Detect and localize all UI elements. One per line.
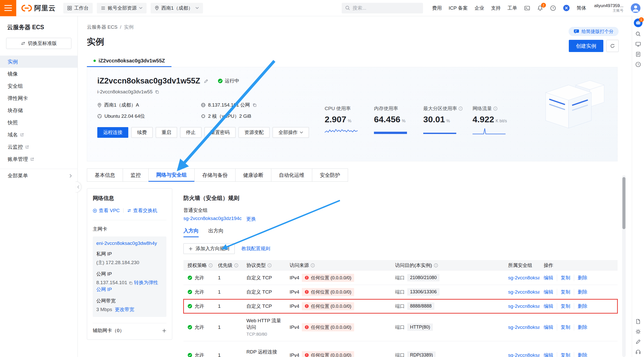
refresh-button[interactable]: [606, 40, 619, 52]
row-sg-link[interactable]: sg-2vccn8oksac0g: [508, 275, 540, 281]
copy-rule-link[interactable]: 复制: [557, 303, 570, 310]
tab-storage-backup[interactable]: 存储与备份: [194, 168, 235, 182]
notification-bell-icon[interactable]: 2: [537, 5, 543, 11]
help-icon[interactable]: ?: [434, 263, 438, 267]
sidebar-item-eni[interactable]: 弹性网卡: [0, 92, 77, 104]
edit-rule-link[interactable]: 编辑: [544, 303, 553, 310]
sidebar-item-block-storage[interactable]: 块存储: [0, 104, 77, 116]
search-icon[interactable]: [634, 29, 643, 39]
help-icon[interactable]: ?: [493, 107, 497, 111]
copy-icon[interactable]: [129, 281, 133, 285]
edit-rule-link[interactable]: 编辑: [544, 352, 553, 357]
cloudshell-icon[interactable]: [524, 5, 530, 11]
configure-guide-link[interactable]: 教我配置规则: [241, 245, 270, 252]
monitor-icon[interactable]: [634, 40, 643, 49]
row-sg-link[interactable]: sg-2vccn8oksac0g: [508, 289, 540, 295]
copy-icon[interactable]: [253, 103, 257, 107]
aliyun-logo[interactable]: 阿里云: [21, 4, 56, 13]
copy-rule-link[interactable]: 复制: [557, 289, 570, 295]
nav-enterprise[interactable]: 企业: [475, 5, 484, 11]
nav-billing[interactable]: 费用: [432, 5, 442, 11]
resource-change-button[interactable]: 资源变配: [239, 127, 270, 138]
instance-tab[interactable]: iZ2vccn8oksac0g3dv1w55Z: [87, 55, 171, 67]
help-icon[interactable]: ?: [311, 263, 315, 267]
gear-icon[interactable]: [634, 327, 643, 336]
add-nic-icon[interactable]: [162, 329, 166, 333]
switch-version-button[interactable]: 切换至标准版: [6, 38, 71, 49]
feedback-pencil-icon[interactable]: [634, 337, 643, 346]
restart-button[interactable]: 重启: [156, 127, 177, 138]
copy-rule-link[interactable]: 复制: [557, 275, 570, 281]
nav-icp[interactable]: ICP 备案: [449, 5, 468, 11]
resource-scope-select[interactable]: 账号全部资源: [97, 3, 147, 13]
workbench-button[interactable]: 工作台: [63, 3, 93, 13]
eni-link[interactable]: eni-2vccn8oksac0g3dw8h4y: [96, 241, 163, 246]
help-icon[interactable]: ?: [459, 107, 463, 111]
all-operations-dropdown[interactable]: 全部操作: [273, 127, 309, 138]
sidebar-item-billing[interactable]: 账单管理: [0, 153, 77, 165]
docs-icon[interactable]: [634, 50, 643, 59]
help-icon[interactable]: ?: [550, 5, 556, 11]
sidebar-item-instances[interactable]: 实例: [0, 56, 77, 68]
nav-support[interactable]: 支持: [491, 5, 501, 11]
view-vswitch-link[interactable]: 查看交换机: [127, 207, 157, 214]
apps-icon[interactable]: [563, 5, 570, 11]
tab-outbound[interactable]: 出方向: [208, 227, 224, 237]
tab-monitoring[interactable]: 监控: [123, 168, 149, 182]
sidebar-item-snapshots[interactable]: 快照: [0, 116, 77, 129]
help-icon[interactable]: ?: [209, 263, 213, 267]
stop-button[interactable]: 停止: [180, 127, 201, 138]
edit-name-icon[interactable]: [204, 79, 209, 83]
tab-security-protection[interactable]: 安全防护: [312, 168, 348, 182]
remote-connect-button[interactable]: 远程连接: [97, 127, 128, 138]
row-sg-link[interactable]: sg-2vccn8oksac0g: [508, 303, 540, 309]
delete-rule-link[interactable]: 删除: [574, 275, 587, 281]
add-inbound-rule-button[interactable]: 添加入方向规则: [183, 243, 235, 254]
tab-network-security[interactable]: 网络与安全组: [148, 168, 195, 182]
tab-inbound[interactable]: 入方向: [183, 227, 199, 237]
view-vpc-link[interactable]: 查看 VPC: [93, 207, 120, 214]
avatar[interactable]: [631, 3, 640, 13]
rate-simple-version-button[interactable]: 给简捷版打个分: [569, 27, 619, 36]
delete-rule-link[interactable]: 删除: [574, 324, 587, 331]
row-sg-link[interactable]: sg-2vccn8oksac0g: [508, 352, 540, 357]
help-icon[interactable]: ?: [634, 60, 643, 69]
sidebar-item-cloudmonitor[interactable]: 云监控: [0, 141, 77, 153]
edit-rule-link[interactable]: 编辑: [544, 275, 553, 281]
sg-id-link[interactable]: sg-2vccn8oksac0g3dz194c: [183, 216, 242, 222]
edit-rule-link[interactable]: 编辑: [544, 324, 553, 331]
renew-button[interactable]: 续费: [131, 127, 153, 138]
help-icon[interactable]: ?: [234, 263, 238, 267]
delete-rule-link[interactable]: 删除: [574, 289, 587, 295]
sidebar-item-images[interactable]: 镜像: [0, 68, 77, 80]
breadcrumb-ecs[interactable]: 云服务器 ECS: [87, 24, 117, 30]
headset-icon[interactable]: [634, 347, 643, 356]
account-menu[interactable]: aliyun497359... 主账号: [594, 3, 623, 13]
nav-tickets[interactable]: 工单: [508, 5, 517, 11]
sidebar-item-domains[interactable]: 域名: [0, 129, 77, 141]
scrollbar-thumb[interactable]: [622, 177, 625, 229]
tab-basic-info[interactable]: 基本信息: [87, 168, 123, 182]
copy-rule-link[interactable]: 复制: [557, 324, 570, 331]
reset-password-button[interactable]: 重置密码: [205, 127, 235, 138]
sidebar-item-security-groups[interactable]: 安全组: [0, 80, 77, 92]
region-select[interactable]: 西南1（成都）: [151, 3, 203, 13]
copy-icon[interactable]: [155, 90, 159, 94]
change-bandwidth-link[interactable]: 更改带宽: [115, 307, 134, 312]
row-sg-link[interactable]: sg-2vccn8oksac0g: [508, 325, 540, 330]
create-instance-button[interactable]: 创建实例: [569, 40, 603, 52]
delete-rule-link[interactable]: 删除: [574, 303, 587, 310]
replace-sg-link[interactable]: 更换: [246, 216, 256, 222]
tab-health-diagnosis[interactable]: 健康诊断: [235, 168, 271, 182]
tab-automation-ops[interactable]: 自动化运维: [271, 168, 312, 182]
language-toggle[interactable]: 简体: [577, 5, 586, 11]
assistant-icon[interactable]: 1: [634, 18, 643, 27]
hamburger-menu-button[interactable]: [0, 0, 16, 16]
search-input[interactable]: [353, 5, 419, 11]
sidebar-all-menu[interactable]: 全部菜单: [0, 169, 77, 182]
copy-rule-link[interactable]: 复制: [557, 352, 570, 357]
delete-rule-link[interactable]: 删除: [574, 352, 587, 357]
help-icon[interactable]: ?: [268, 263, 272, 267]
edit-rule-link[interactable]: 编辑: [544, 289, 553, 295]
file-icon[interactable]: [634, 317, 643, 326]
